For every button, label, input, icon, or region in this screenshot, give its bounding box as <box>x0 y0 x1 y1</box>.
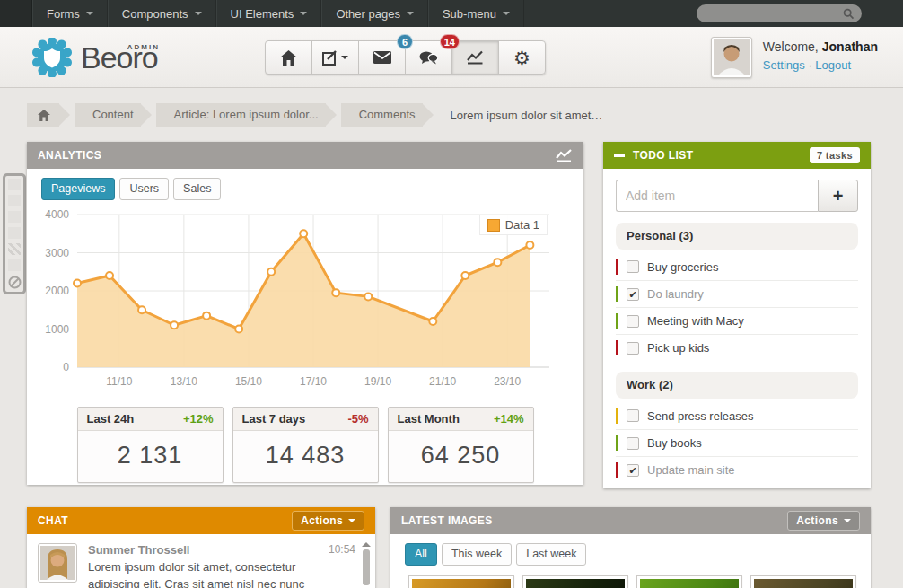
priority-bar <box>616 259 618 275</box>
settings-button[interactable]: ⚙ <box>498 40 546 75</box>
home-icon <box>38 110 50 121</box>
breadcrumb-item-comments[interactable]: Comments <box>341 103 423 127</box>
breadcrumb-item-article-lorem-ipsum-dolor[interactable]: Article: Lorem ipsum dolor... <box>156 103 326 127</box>
avatar[interactable] <box>38 543 77 583</box>
svg-text:13/10: 13/10 <box>171 375 197 388</box>
messages-icon <box>419 51 438 65</box>
breadcrumb-home[interactable] <box>27 103 59 127</box>
todo-checkbox[interactable]: ✔ <box>627 288 639 301</box>
sidebar-slot[interactable] <box>8 195 21 206</box>
todo-item-send-press-releases[interactable]: Send press releases <box>616 402 858 429</box>
tab-this-week[interactable]: This week <box>442 543 512 566</box>
analytics-button[interactable] <box>452 40 499 75</box>
home-button[interactable] <box>265 40 312 75</box>
latest-images-title: LATEST IMAGES <box>401 514 493 527</box>
nav-menu-sub-menu[interactable]: Sub-menu <box>428 0 524 27</box>
messages-button[interactable]: 14 <box>405 40 452 75</box>
chart-line-icon[interactable] <box>555 148 573 162</box>
add-item-button[interactable]: + <box>818 180 858 212</box>
todo-checkbox[interactable] <box>627 315 639 328</box>
avatar[interactable] <box>711 37 752 78</box>
todo-title: TODO LIST <box>633 149 693 162</box>
user-photo <box>714 39 750 75</box>
todo-item-pick-up-kids[interactable]: Pick up kids <box>616 334 858 361</box>
sidebar-slot-hatched[interactable] <box>8 243 21 255</box>
nav-menu-components[interactable]: Components <box>108 0 216 27</box>
todo-item-do-laundry[interactable]: ✔Do laundry <box>616 280 858 307</box>
todo-item-buy-books[interactable]: Buy books <box>616 429 858 456</box>
add-item-input[interactable] <box>616 180 818 212</box>
chat-message-list: Summer Throssell 10:54 Lorem ipsum dolor… <box>27 534 375 588</box>
chat-actions-button[interactable]: Actions <box>292 511 364 531</box>
sidebar-slot[interactable] <box>8 227 21 239</box>
stat-label: Last 7 days <box>242 412 306 426</box>
mail-button[interactable]: 6 <box>358 40 406 75</box>
todo-item-label: Meeting with Macy <box>647 314 744 328</box>
scrollbar-thumb[interactable] <box>363 549 370 585</box>
search-icon[interactable] <box>843 7 855 21</box>
green-field-thumbnail[interactable] <box>636 575 742 588</box>
breadcrumb-current: Lorem ipsum dolor sit amet… <box>451 109 603 122</box>
chevron-down-icon <box>844 519 851 526</box>
chevron-down-icon <box>86 12 93 19</box>
todo-sections: Personal (3)Buy groceries✔Do laundryMeet… <box>616 223 858 483</box>
sidebar-slot[interactable] <box>8 211 21 223</box>
mail-icon <box>373 51 391 64</box>
nav-menu-forms[interactable]: Forms <box>32 0 108 27</box>
sidebar-slot[interactable] <box>8 179 21 190</box>
chevron-down-icon <box>348 519 355 526</box>
todo-section-work-2: Work (2) <box>616 372 858 399</box>
tab-pageviews[interactable]: Pageviews <box>41 178 115 200</box>
analytics-chart: 0100020003000400011/1013/1015/1017/1019/… <box>41 207 569 401</box>
scroll-up-icon[interactable] <box>362 538 371 547</box>
todo-checkbox[interactable]: ✔ <box>627 464 639 477</box>
chat-time: 10:54 <box>329 543 355 557</box>
thumbnail-row <box>408 575 856 588</box>
todo-item-update-main-site[interactable]: ✔Update main site <box>616 456 858 483</box>
todo-checkbox[interactable] <box>627 437 639 450</box>
analytics-tabs: PageviewsUsersSales <box>41 178 569 200</box>
todo-checkbox[interactable] <box>627 409 639 422</box>
svg-text:19/10: 19/10 <box>364 375 391 388</box>
stat-value: 64 250 <box>389 431 533 482</box>
todo-section-personal-3: Personal (3) <box>616 223 858 250</box>
stat-delta: +14% <box>494 412 524 426</box>
todo-item-label: Buy groceries <box>647 260 718 274</box>
stat-label: Last Month <box>398 412 460 426</box>
stat-value: 14 483 <box>233 431 378 482</box>
todo-checkbox[interactable] <box>627 342 639 355</box>
images-actions-button[interactable]: Actions <box>787 511 860 531</box>
sidebar-slot[interactable] <box>8 259 21 271</box>
svg-text:3000: 3000 <box>45 247 69 259</box>
analytics-title: ANALYTICS <box>38 149 101 162</box>
todo-item-meeting-with-macy[interactable]: Meeting with Macy <box>616 307 858 334</box>
settings-link[interactable]: Settings <box>763 58 805 72</box>
tab-all[interactable]: All <box>405 543 437 566</box>
collapse-icon[interactable] <box>614 154 625 157</box>
blocked-icon[interactable] <box>8 276 22 289</box>
todo-item-buy-groceries[interactable]: Buy groceries <box>616 253 858 280</box>
svg-text:11/10: 11/10 <box>106 375 132 388</box>
tab-sales[interactable]: Sales <box>173 178 221 200</box>
todo-checkbox[interactable] <box>627 260 639 273</box>
nav-menu-other-pages[interactable]: Other pages <box>321 0 428 27</box>
forest-path-thumbnail[interactable] <box>750 575 856 588</box>
nav-menu-ui-elements[interactable]: UI Elements <box>216 0 322 27</box>
contact-photo <box>40 546 75 580</box>
area-chart: 0100020003000400011/1013/1015/1017/1019/… <box>41 207 569 401</box>
priority-bar <box>616 408 618 424</box>
breadcrumb-item-content[interactable]: Content <box>75 103 141 127</box>
compose-button[interactable] <box>311 40 359 75</box>
tab-users[interactable]: Users <box>119 178 169 200</box>
search-input[interactable] <box>704 7 843 20</box>
dark-forest-thumbnail[interactable] <box>522 575 628 588</box>
logout-link[interactable]: Logout <box>815 58 851 72</box>
chat-title: CHAT <box>38 514 68 527</box>
stats-row: Last 24h+12% 2 131 Last 7 days-5% 14 483… <box>41 407 569 483</box>
brand-logo[interactable]: Beoro ADMIN <box>32 38 190 77</box>
tab-last-week[interactable]: Last week <box>516 543 586 566</box>
stat-box-last-24h: Last 24h+12% 2 131 <box>77 407 224 483</box>
autumn-leaves-thumbnail[interactable] <box>408 575 514 588</box>
todo-item-label: Buy books <box>647 436 702 450</box>
legend-swatch <box>487 219 500 232</box>
